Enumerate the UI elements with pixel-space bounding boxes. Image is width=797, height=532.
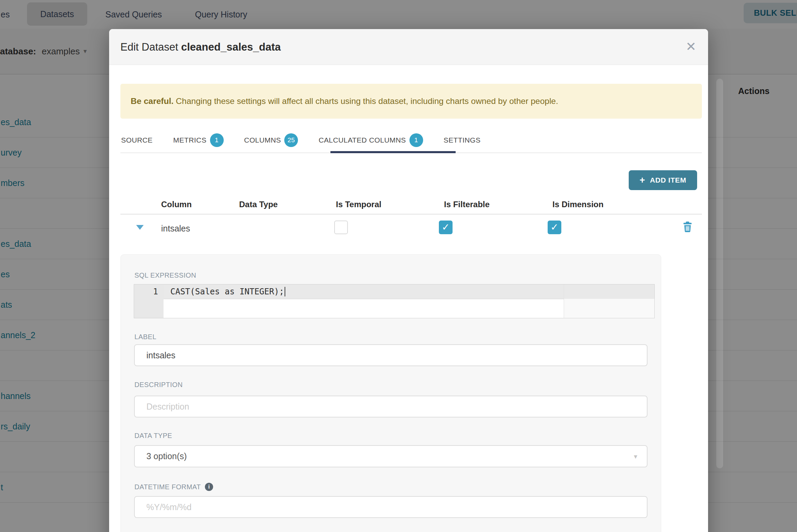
edit-dataset-modal: Edit Dataset cleaned_sales_data ✕ Be car…	[109, 29, 708, 532]
add-item-button[interactable]: + ADD ITEM	[629, 170, 697, 190]
is-dimension-checkbox[interactable]: ✓	[548, 221, 561, 234]
column-header-data-type: Data Type	[239, 195, 278, 214]
check-icon: ✓	[442, 222, 449, 232]
tab-calculated-columns[interactable]: CALCULATED COLUMNS 1	[318, 133, 423, 147]
tab-count-badge: 1	[210, 133, 224, 147]
modal-tabs: SOURCE METRICS 1 COLUMNS 25 CALCULATED C…	[121, 128, 481, 152]
warning-banner-bold: Be careful.	[131, 96, 173, 106]
tab-label: METRICS	[173, 136, 206, 144]
is-temporal-checkbox[interactable]	[334, 221, 348, 234]
datetime-format-input[interactable]	[134, 496, 648, 518]
collapse-row-caret-icon[interactable]	[136, 225, 144, 230]
column-header-column: Column	[161, 195, 192, 214]
active-tab-underline	[330, 151, 456, 153]
trash-icon[interactable]	[683, 222, 692, 232]
tab-settings[interactable]: SETTINGS	[444, 136, 481, 144]
editor-line-number: 1	[153, 284, 158, 299]
warning-banner-text: Changing these settings will affect all …	[173, 96, 558, 106]
info-icon[interactable]: i	[205, 483, 213, 491]
modal-title-dataset-name: cleaned_sales_data	[181, 41, 280, 53]
editor-gutter: 1	[134, 284, 164, 318]
text-cursor	[285, 287, 285, 296]
datetime-format-field-label: DATETIME FORMAT i	[134, 483, 213, 491]
data-type-selected-value: 3 option(s)	[146, 451, 187, 461]
data-type-select[interactable]: 3 option(s) ▾	[134, 445, 648, 467]
tab-source[interactable]: SOURCE	[121, 136, 153, 144]
editor-right-zone	[564, 299, 654, 318]
select-caret-icon: ▾	[634, 452, 637, 461]
sql-expression-editor[interactable]: 1 CAST(Sales as INTEGER);	[134, 284, 655, 318]
tab-label: COLUMNS	[244, 136, 281, 144]
table-header-divider	[120, 214, 702, 215]
scrollbar[interactable]	[716, 79, 723, 468]
label-input[interactable]	[134, 344, 648, 366]
label-field-label: LABEL	[134, 333, 156, 341]
description-field-label: DESCRIPTION	[134, 381, 183, 389]
description-input[interactable]	[134, 396, 648, 417]
calculated-column-name: intsales	[161, 221, 190, 236]
sql-code-text: CAST(Sales as INTEGER);	[170, 287, 284, 296]
plus-icon: +	[640, 176, 645, 185]
tab-count-badge: 25	[284, 133, 298, 147]
modal-header: Edit Dataset cleaned_sales_data ✕	[109, 29, 708, 65]
column-header-is-temporal: Is Temporal	[336, 195, 381, 214]
close-icon[interactable]: ✕	[680, 29, 702, 65]
tab-label: SETTINGS	[444, 136, 481, 144]
datetime-format-label-text: DATETIME FORMAT	[134, 483, 201, 491]
modal-title: Edit Dataset cleaned_sales_data	[120, 29, 281, 65]
check-icon: ✓	[550, 222, 558, 232]
tab-count-badge: 1	[409, 133, 423, 147]
warning-banner: Be careful. Changing these settings will…	[120, 84, 702, 119]
add-item-label: ADD ITEM	[650, 176, 686, 184]
column-header-is-dimension: Is Dimension	[552, 195, 603, 214]
tab-label: CALCULATED COLUMNS	[318, 136, 406, 144]
tab-label: SOURCE	[121, 136, 153, 144]
is-filterable-checkbox[interactable]: ✓	[439, 221, 453, 234]
tab-metrics[interactable]: METRICS 1	[173, 133, 223, 147]
tab-columns[interactable]: COLUMNS 25	[244, 133, 298, 147]
column-header-is-filterable: Is Filterable	[444, 195, 489, 214]
modal-title-prefix: Edit Dataset	[120, 41, 181, 53]
sql-code-line: CAST(Sales as INTEGER);	[170, 284, 285, 299]
sql-expression-label: SQL EXPRESSION	[134, 271, 196, 279]
data-type-field-label: DATA TYPE	[134, 432, 172, 440]
calculated-column-detail-panel: SQL EXPRESSION 1 CAST(Sales as INTEGER);…	[120, 254, 661, 532]
screen: es Datasets Saved Queries Query History …	[0, 0, 797, 532]
